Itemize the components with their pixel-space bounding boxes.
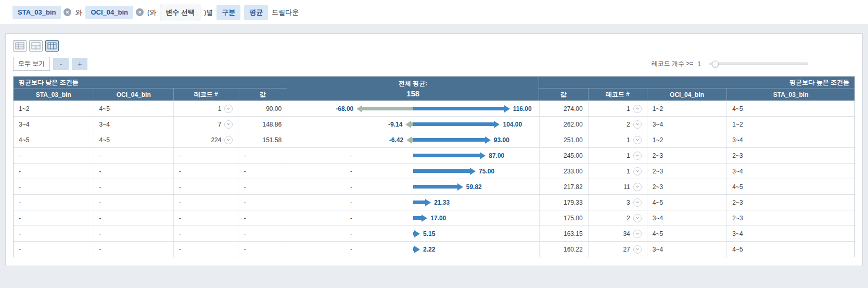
deviation-bar-cell: - 17.00	[287, 210, 539, 226]
left-sta-cell: -	[14, 210, 94, 226]
variable-select-button[interactable]: 변수 선택	[160, 5, 200, 20]
right-value-cell: 274.00	[539, 101, 588, 116]
left-record-count-cell: 224	[173, 132, 238, 147]
positive-bar	[413, 136, 491, 144]
cell-value: 1~2	[732, 121, 743, 128]
aggregate-mean-button[interactable]: 평균	[244, 5, 268, 20]
left-sta-cell: -	[14, 226, 94, 241]
left-sta-cell: -	[14, 195, 94, 210]
cell-value: 4~5	[99, 136, 110, 144]
cell-value: -	[244, 215, 246, 222]
row-expand-menu-icon[interactable]	[224, 105, 233, 113]
cell-value: -	[244, 199, 246, 206]
cell-value: 1	[627, 168, 630, 175]
table-row: - - - - - 75.00 233.00 1 2~3 3~4	[14, 163, 854, 179]
row-expand-menu-icon[interactable]	[633, 167, 642, 176]
record-filter-label: 레코드 개수 >=	[652, 59, 694, 68]
cell-value: -	[244, 246, 246, 253]
variable-chip-2[interactable]: OCI_04_bin	[85, 6, 133, 19]
row-expand-menu-icon[interactable]	[633, 105, 642, 113]
row-expand-menu-icon[interactable]	[633, 183, 642, 191]
left-record-count-cell: -	[173, 179, 238, 194]
below-average-bar-area: -	[287, 183, 413, 191]
split-button[interactable]: 구분	[216, 5, 240, 20]
query-bar: STA_03_bin 와 OCI_04_bin (와 변수 선택 )별 구분 평…	[0, 0, 868, 25]
row-expand-menu-icon[interactable]	[633, 230, 642, 238]
right-sta-cell: 2~3	[726, 195, 854, 210]
cell-value: 4~5	[653, 199, 663, 206]
left-value-cell: -	[238, 179, 287, 194]
empty-bar-dash: -	[350, 168, 352, 175]
cell-value: -	[19, 215, 21, 222]
left-oci-cell: -	[94, 210, 174, 226]
row-expand-menu-icon[interactable]	[633, 120, 642, 129]
left-value-cell: -	[238, 195, 287, 210]
aggregate-mean-label: 평균	[249, 8, 263, 17]
below-average-bar-area: -6.42	[287, 136, 413, 144]
table-row: - - - - - 2.22 160.22 27 3~4 4~5	[14, 241, 854, 257]
positive-bar	[413, 199, 431, 206]
negative-bar	[406, 136, 413, 144]
right-record-count-cell: 1	[588, 101, 647, 116]
drilldown-panel: 모두 보기 - + 레코드 개수 >= 1 평균보다 낮은 조건들 STA_03…	[5, 33, 863, 266]
row-expand-menu-icon[interactable]	[633, 198, 642, 207]
above-average-delta-label: 59.82	[466, 183, 482, 191]
split-view-icon[interactable]	[29, 40, 43, 52]
right-sta-cell: 4~5	[726, 101, 854, 116]
cell-value: 160.22	[564, 246, 583, 253]
below-average-bar-area: -	[287, 168, 413, 175]
row-expand-menu-icon[interactable]	[224, 136, 233, 144]
remove-variable-1-icon[interactable]	[63, 8, 71, 16]
record-filter-slider-track[interactable]	[709, 62, 808, 65]
right-sta-cell: 1~2	[726, 117, 854, 132]
right-sta-cell: 3~4	[726, 164, 854, 179]
below-average-delta-label: -9.14	[388, 121, 402, 128]
left-sta-cell: 3~4	[14, 117, 94, 132]
cell-value: -	[99, 230, 101, 237]
above-average-bar-area: 104.00	[413, 121, 539, 128]
cell-value: 1~2	[653, 105, 663, 112]
table-toolbar: 모두 보기 - + 레코드 개수 >= 1	[13, 57, 855, 71]
cell-value: -	[19, 246, 21, 253]
remove-variable-2-icon[interactable]	[136, 8, 144, 16]
positive-bar	[413, 105, 510, 112]
positive-bar	[413, 215, 427, 222]
record-filter-slider-handle[interactable]	[712, 60, 719, 67]
left-oci-cell: -	[94, 164, 174, 179]
cell-value: -	[99, 168, 101, 175]
table-view-icon[interactable]	[13, 40, 27, 52]
row-expand-menu-icon[interactable]	[224, 120, 233, 129]
deviation-bar-cell: - 21.33	[287, 195, 539, 210]
cell-value: 2	[627, 215, 630, 222]
cell-value: 2~3	[732, 215, 743, 222]
left-record-count-cell: -	[173, 164, 238, 179]
variable-chip-1[interactable]: STA_03_bin	[12, 6, 61, 19]
row-expand-menu-icon[interactable]	[633, 152, 642, 160]
row-expand-menu-icon[interactable]	[633, 214, 642, 222]
cell-value: -	[179, 199, 181, 206]
left-value-cell: 90.00	[238, 101, 287, 116]
deviation-bar-cell: - 2.22	[287, 242, 539, 257]
right-oci-cell: 4~5	[647, 226, 727, 241]
row-expand-menu-icon[interactable]	[633, 136, 642, 144]
view-all-button[interactable]: 모두 보기	[13, 57, 50, 71]
cell-value: -	[179, 168, 181, 175]
deviation-bar-cell: - 75.00	[287, 164, 539, 179]
column-view-icon[interactable]	[45, 40, 59, 52]
cell-value: 3~4	[653, 121, 663, 128]
right-oci-cell: 4~5	[647, 195, 727, 210]
zoom-out-button[interactable]: -	[53, 58, 69, 70]
left-oci-cell: -	[94, 179, 174, 194]
cell-value: -	[244, 230, 246, 237]
empty-bar-dash: -	[350, 246, 352, 253]
row-expand-menu-icon[interactable]	[633, 245, 642, 254]
left-record-count-cell: -	[173, 195, 238, 210]
zoom-in-button[interactable]: +	[72, 58, 87, 70]
cell-value: 175.00	[564, 215, 583, 222]
cell-value: 1~2	[653, 136, 663, 144]
right-oci-cell: 3~4	[647, 210, 727, 226]
cell-value: 1	[627, 136, 630, 144]
right-record-count-cell: 2	[588, 210, 647, 226]
table-row: - - - - - 5.15 163.15 34 4~5 3~4	[14, 226, 854, 241]
cell-value: 2~3	[653, 183, 663, 191]
